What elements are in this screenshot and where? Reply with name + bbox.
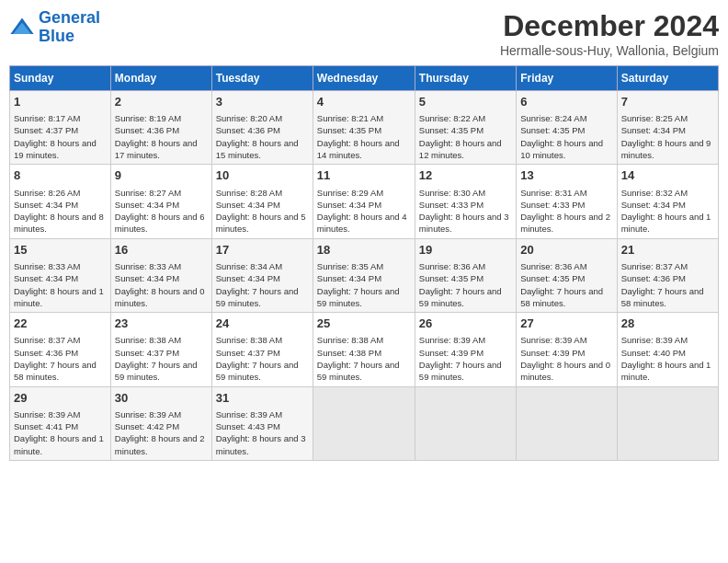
day-number: 14	[621, 167, 714, 184]
column-header-tuesday: Tuesday	[211, 66, 313, 91]
logo: General Blue	[9, 9, 100, 46]
day-info: Sunrise: 8:39 AMSunset: 4:39 PMDaylight:…	[419, 334, 512, 383]
day-number: 16	[115, 242, 208, 259]
calendar-cell	[415, 386, 516, 460]
calendar-cell: 25Sunrise: 8:38 AMSunset: 4:38 PMDayligh…	[313, 313, 415, 386]
calendar-week-row: 29Sunrise: 8:39 AMSunset: 4:41 PMDayligh…	[10, 386, 719, 460]
day-number: 18	[317, 242, 411, 259]
day-info: Sunrise: 8:25 AMSunset: 4:34 PMDaylight:…	[621, 112, 714, 161]
calendar-cell: 14Sunrise: 8:32 AMSunset: 4:34 PMDayligh…	[617, 165, 718, 238]
calendar-cell: 22Sunrise: 8:37 AMSunset: 4:36 PMDayligh…	[10, 313, 111, 386]
column-header-friday: Friday	[517, 66, 617, 91]
day-info: Sunrise: 8:38 AMSunset: 4:38 PMDaylight:…	[317, 334, 411, 383]
day-number: 9	[115, 167, 208, 184]
day-info: Sunrise: 8:39 AMSunset: 4:42 PMDaylight:…	[115, 408, 208, 457]
month-title: December 2024	[500, 9, 719, 43]
day-info: Sunrise: 8:20 AMSunset: 4:36 PMDaylight:…	[216, 112, 309, 161]
logo-line1: General	[39, 8, 100, 27]
day-number: 25	[317, 316, 411, 332]
calendar-cell: 28Sunrise: 8:39 AMSunset: 4:40 PMDayligh…	[617, 313, 718, 386]
day-info: Sunrise: 8:26 AMSunset: 4:34 PMDaylight:…	[14, 187, 107, 236]
calendar-body: 1Sunrise: 8:17 AMSunset: 4:37 PMDaylight…	[10, 91, 719, 461]
calendar-cell: 11Sunrise: 8:29 AMSunset: 4:34 PMDayligh…	[313, 165, 415, 238]
column-header-wednesday: Wednesday	[313, 66, 415, 91]
day-number: 20	[520, 242, 612, 259]
day-info: Sunrise: 8:17 AMSunset: 4:37 PMDaylight:…	[14, 112, 107, 161]
logo-line2: Blue	[39, 27, 74, 45]
day-info: Sunrise: 8:38 AMSunset: 4:37 PMDaylight:…	[216, 334, 309, 383]
day-info: Sunrise: 8:27 AMSunset: 4:34 PMDaylight:…	[115, 187, 208, 236]
calendar-cell: 24Sunrise: 8:38 AMSunset: 4:37 PMDayligh…	[211, 313, 313, 386]
day-number: 6	[520, 94, 612, 110]
day-number: 31	[216, 390, 309, 407]
title-section: December 2024 Hermalle-sous-Huy, Walloni…	[500, 9, 719, 58]
day-number: 11	[317, 167, 411, 184]
calendar-cell: 27Sunrise: 8:39 AMSunset: 4:39 PMDayligh…	[517, 313, 617, 386]
calendar-cell: 6Sunrise: 8:24 AMSunset: 4:35 PMDaylight…	[517, 91, 617, 165]
calendar-cell: 18Sunrise: 8:35 AMSunset: 4:34 PMDayligh…	[313, 238, 415, 312]
day-number: 26	[419, 316, 512, 332]
day-number: 4	[317, 94, 411, 110]
day-number: 3	[216, 94, 309, 110]
day-info: Sunrise: 8:36 AMSunset: 4:35 PMDaylight:…	[419, 260, 512, 309]
day-number: 17	[216, 242, 309, 259]
day-info: Sunrise: 8:39 AMSunset: 4:43 PMDaylight:…	[216, 408, 309, 457]
day-info: Sunrise: 8:39 AMSunset: 4:40 PMDaylight:…	[621, 334, 714, 383]
calendar-cell: 23Sunrise: 8:38 AMSunset: 4:37 PMDayligh…	[110, 313, 211, 386]
column-header-saturday: Saturday	[617, 66, 718, 91]
calendar-table: SundayMondayTuesdayWednesdayThursdayFrid…	[9, 65, 719, 461]
calendar-cell: 7Sunrise: 8:25 AMSunset: 4:34 PMDaylight…	[617, 91, 718, 165]
day-info: Sunrise: 8:36 AMSunset: 4:35 PMDaylight:…	[520, 260, 612, 309]
calendar-week-row: 8Sunrise: 8:26 AMSunset: 4:34 PMDaylight…	[10, 165, 719, 238]
day-info: Sunrise: 8:29 AMSunset: 4:34 PMDaylight:…	[317, 187, 411, 236]
calendar-cell: 1Sunrise: 8:17 AMSunset: 4:37 PMDaylight…	[10, 91, 111, 165]
day-info: Sunrise: 8:34 AMSunset: 4:34 PMDaylight:…	[216, 260, 309, 309]
day-number: 8	[14, 167, 107, 184]
logo-icon	[9, 15, 35, 40]
calendar-cell: 13Sunrise: 8:31 AMSunset: 4:33 PMDayligh…	[517, 165, 617, 238]
day-info: Sunrise: 8:31 AMSunset: 4:33 PMDaylight:…	[520, 187, 612, 236]
column-header-sunday: Sunday	[10, 66, 111, 91]
day-info: Sunrise: 8:28 AMSunset: 4:34 PMDaylight:…	[216, 187, 309, 236]
calendar-cell: 16Sunrise: 8:33 AMSunset: 4:34 PMDayligh…	[110, 238, 211, 312]
day-number: 15	[14, 242, 107, 259]
calendar-cell: 8Sunrise: 8:26 AMSunset: 4:34 PMDaylight…	[10, 165, 111, 238]
day-number: 1	[14, 94, 107, 110]
calendar-cell: 3Sunrise: 8:20 AMSunset: 4:36 PMDaylight…	[211, 91, 313, 165]
calendar-week-row: 22Sunrise: 8:37 AMSunset: 4:36 PMDayligh…	[10, 313, 719, 386]
calendar-cell: 31Sunrise: 8:39 AMSunset: 4:43 PMDayligh…	[211, 386, 313, 460]
day-number: 29	[14, 390, 107, 407]
day-number: 21	[621, 242, 714, 259]
day-info: Sunrise: 8:19 AMSunset: 4:36 PMDaylight:…	[115, 112, 208, 161]
calendar-cell: 2Sunrise: 8:19 AMSunset: 4:36 PMDaylight…	[110, 91, 211, 165]
calendar-cell: 10Sunrise: 8:28 AMSunset: 4:34 PMDayligh…	[211, 165, 313, 238]
day-info: Sunrise: 8:37 AMSunset: 4:36 PMDaylight:…	[14, 334, 107, 383]
day-number: 10	[216, 167, 309, 184]
calendar-cell: 21Sunrise: 8:37 AMSunset: 4:36 PMDayligh…	[617, 238, 718, 312]
calendar-cell: 17Sunrise: 8:34 AMSunset: 4:34 PMDayligh…	[211, 238, 313, 312]
calendar-cell: 9Sunrise: 8:27 AMSunset: 4:34 PMDaylight…	[110, 165, 211, 238]
day-info: Sunrise: 8:30 AMSunset: 4:33 PMDaylight:…	[419, 187, 512, 236]
calendar-cell: 4Sunrise: 8:21 AMSunset: 4:35 PMDaylight…	[313, 91, 415, 165]
day-number: 24	[216, 316, 309, 332]
location-subtitle: Hermalle-sous-Huy, Wallonia, Belgium	[500, 43, 719, 58]
day-number: 30	[115, 390, 208, 407]
page-header: General Blue December 2024 Hermalle-sous…	[9, 9, 719, 58]
calendar-cell: 26Sunrise: 8:39 AMSunset: 4:39 PMDayligh…	[415, 313, 516, 386]
day-info: Sunrise: 8:33 AMSunset: 4:34 PMDaylight:…	[14, 260, 107, 309]
day-number: 28	[621, 316, 714, 332]
day-info: Sunrise: 8:39 AMSunset: 4:41 PMDaylight:…	[14, 408, 107, 457]
day-number: 5	[419, 94, 512, 110]
calendar-header-row: SundayMondayTuesdayWednesdayThursdayFrid…	[10, 66, 719, 91]
calendar-cell: 20Sunrise: 8:36 AMSunset: 4:35 PMDayligh…	[517, 238, 617, 312]
day-info: Sunrise: 8:37 AMSunset: 4:36 PMDaylight:…	[621, 260, 714, 309]
day-number: 23	[115, 316, 208, 332]
calendar-cell	[313, 386, 415, 460]
logo-text: General Blue	[39, 9, 100, 46]
day-info: Sunrise: 8:22 AMSunset: 4:35 PMDaylight:…	[419, 112, 512, 161]
day-number: 19	[419, 242, 512, 259]
calendar-cell: 19Sunrise: 8:36 AMSunset: 4:35 PMDayligh…	[415, 238, 516, 312]
day-info: Sunrise: 8:38 AMSunset: 4:37 PMDaylight:…	[115, 334, 208, 383]
day-number: 13	[520, 167, 612, 184]
calendar-cell: 12Sunrise: 8:30 AMSunset: 4:33 PMDayligh…	[415, 165, 516, 238]
